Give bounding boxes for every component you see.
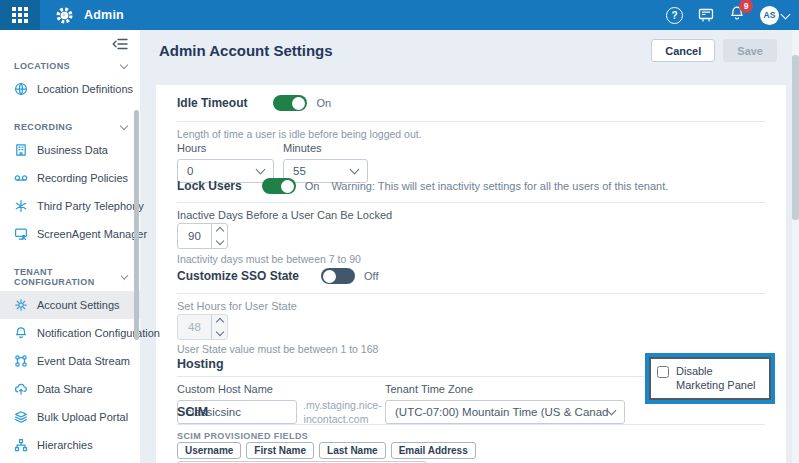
section-label: LOCATIONS	[14, 61, 70, 71]
scim-chip-first-name[interactable]: First Name	[246, 442, 314, 459]
highlight-annotation-box: Disable Marketing Panel	[645, 353, 775, 404]
collapse-sidebar-icon[interactable]	[112, 38, 128, 50]
timezone-select[interactable]: (UTC-07:00) Mountain Time (US & Canada)	[385, 400, 625, 424]
sidebar-item-event-data-stream[interactable]: Event Data Stream	[0, 347, 140, 375]
sidebar-item-account-settings[interactable]: Account Settings	[0, 291, 140, 319]
chevron-down-icon	[215, 328, 223, 336]
disable-marketing-label: Disable Marketing Panel	[676, 364, 763, 393]
scim-chip-email-address[interactable]: Email Address	[391, 442, 476, 459]
customize-sso-row: Customize SSO State Off	[177, 268, 379, 284]
gear-icon	[14, 298, 28, 312]
timezone-label: Tenant Time Zone	[385, 383, 625, 395]
scim-provisioned-fields-label: SCIM PROVISIONED FIELDS	[177, 431, 308, 441]
scim-field-chips: Username First Name Last Name Email Addr…	[177, 442, 476, 459]
idle-timeout-label: Idle Timeout	[177, 96, 247, 110]
host-suffix: .my.staging.nice-incontact.com	[303, 399, 369, 426]
disable-marketing-panel-field: Disable Marketing Panel	[649, 357, 771, 400]
sidebar-item-label: Account Settings	[37, 299, 120, 311]
sidebar: LOCATIONS Location Definitions RECORDING…	[0, 30, 140, 463]
sidebar-item-label: Data Share	[37, 383, 93, 395]
spinner-up-button[interactable]	[212, 224, 227, 236]
sidebar-scrollbar-thumb[interactable]	[134, 110, 139, 340]
set-hours-value: 48	[178, 315, 211, 339]
sidebar-item-recording-policies[interactable]: Recording Policies	[0, 164, 140, 192]
divider	[177, 202, 765, 203]
main-content: Admin Account Settings Cancel Save Idle …	[140, 30, 799, 463]
sidebar-item-label: Location Definitions	[37, 83, 133, 95]
chevron-down-icon	[215, 237, 223, 245]
inactive-days-label: Inactive Days Before a User Can Be Locke…	[177, 209, 392, 221]
sidebar-section-recording[interactable]: RECORDING	[0, 111, 140, 136]
sidebar-section-tenant-configuration[interactable]: TENANT CONFIGURATION	[0, 256, 140, 291]
minutes-value: 55	[293, 165, 306, 177]
app-title: Admin	[84, 8, 124, 22]
spinner-down-button	[212, 327, 227, 339]
cancel-button[interactable]: Cancel	[651, 39, 715, 62]
topbar-actions: ? 9 AS	[666, 5, 799, 26]
nodes-icon	[14, 354, 28, 368]
set-hours-helper: User State value must be between 1 to 16…	[177, 343, 378, 355]
idle-timeout-description: Length of time a user is idle before bei…	[177, 128, 422, 140]
idle-timeout-row: Idle Timeout On	[177, 95, 331, 111]
lock-users-toggle[interactable]	[262, 178, 296, 194]
inactive-days-helper: Inactivity days must be between 7 to 90	[177, 253, 361, 265]
cloud-icon	[14, 382, 28, 396]
page-title: Admin Account Settings	[159, 42, 333, 59]
admin-app-logo-icon	[55, 6, 74, 25]
scim-section-title: SCIM	[177, 405, 208, 419]
sidebar-item-access-key-manager[interactable]: Access Key Manager	[0, 459, 140, 463]
idle-timeout-state: On	[316, 97, 331, 109]
sidebar-item-location-definitions[interactable]: Location Definitions	[0, 75, 140, 103]
sidebar-item-label: ScreenAgent Manager	[37, 228, 147, 240]
sidebar-item-bulk-upload-portal[interactable]: Bulk Upload Portal	[0, 403, 140, 431]
main-scrollbar-track[interactable]	[792, 30, 799, 463]
lock-users-warning: Warning: This will set inactivity settin…	[331, 180, 668, 192]
customize-sso-toggle[interactable]	[321, 268, 355, 284]
whats-new-icon[interactable]	[698, 7, 714, 23]
chevron-down-icon	[350, 165, 360, 175]
bell-icon	[14, 326, 28, 340]
save-button[interactable]: Save	[723, 39, 777, 62]
layers-icon	[14, 410, 28, 424]
customize-sso-label: Customize SSO State	[177, 269, 299, 283]
lock-users-state: On	[305, 180, 320, 192]
notifications-button[interactable]: 9	[729, 5, 745, 26]
sidebar-item-label: Business Data	[37, 144, 108, 156]
minutes-field: Minutes 55	[283, 142, 368, 183]
customize-sso-state: Off	[364, 270, 378, 282]
sidebar-item-label: Third Party Telephony	[37, 200, 144, 212]
sidebar-item-hierarchies[interactable]: Hierarchies	[0, 431, 140, 459]
sidebar-item-label: Recording Policies	[37, 172, 128, 184]
inactive-days-spinner[interactable]: 90	[177, 223, 228, 249]
sidebar-item-business-data[interactable]: Business Data	[0, 136, 140, 164]
timezone-field: Tenant Time Zone (UTC-07:00) Mountain Ti…	[385, 383, 625, 424]
screen-agent-icon	[14, 227, 28, 241]
app-launcher-button[interactable]	[0, 0, 40, 30]
sidebar-item-third-party-telephony[interactable]: Third Party Telephony	[0, 192, 140, 220]
disable-marketing-checkbox[interactable]	[657, 366, 669, 378]
section-label: RECORDING	[14, 122, 73, 132]
sidebar-item-notification-configuration[interactable]: Notification Configuration	[0, 319, 140, 347]
grid-icon	[12, 7, 28, 23]
sidebar-item-label: Bulk Upload Portal	[37, 411, 128, 423]
hierarchy-icon	[14, 438, 28, 452]
account-menu[interactable]: AS	[760, 6, 789, 25]
help-icon[interactable]: ?	[666, 7, 683, 24]
scim-chip-last-name[interactable]: Last Name	[319, 442, 386, 459]
set-hours-spinner: 48	[177, 314, 228, 340]
avatar: AS	[760, 6, 779, 25]
sidebar-section-locations[interactable]: LOCATIONS	[0, 50, 140, 75]
chevron-down-icon	[607, 406, 617, 416]
sidebar-item-data-share[interactable]: Data Share	[0, 375, 140, 403]
spinner-down-button[interactable]	[212, 236, 227, 248]
main-scrollbar-thumb[interactable]	[792, 55, 799, 220]
divider	[177, 293, 765, 294]
sidebar-item-label: Notification Configuration	[37, 327, 160, 339]
scim-chip-username[interactable]: Username	[177, 442, 241, 459]
timezone-value: (UTC-07:00) Mountain Time (US & Canada)	[395, 406, 608, 418]
spinner-up-button	[212, 315, 227, 327]
sidebar-item-label: Hierarchies	[37, 439, 93, 451]
voicemail-icon	[14, 171, 28, 185]
idle-timeout-toggle[interactable]	[273, 95, 307, 111]
sidebar-item-screenagent-manager[interactable]: ScreenAgent Manager	[0, 220, 140, 248]
